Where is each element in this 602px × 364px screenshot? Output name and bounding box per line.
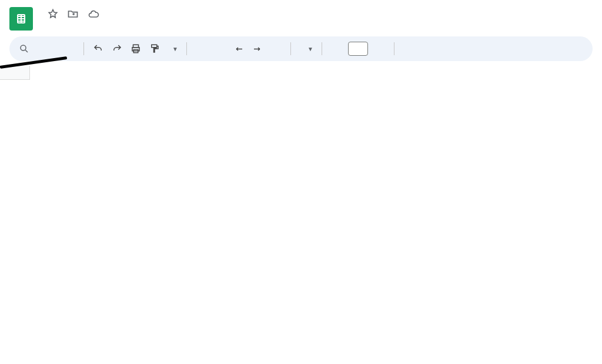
menu-ext[interactable]: [134, 25, 148, 29]
undo-icon: [93, 43, 103, 54]
number-format-button[interactable]: [268, 41, 285, 57]
arrow-right-icon: [254, 47, 261, 51]
menu-format[interactable]: [92, 25, 106, 29]
separator: [322, 42, 322, 55]
paint-roller-icon: [149, 43, 160, 54]
separator: [290, 42, 291, 55]
menubar: [35, 25, 162, 29]
separator: [83, 42, 84, 55]
zoom-dropdown[interactable]: ▼: [165, 46, 180, 52]
cloud-status-icon[interactable]: [87, 8, 100, 20]
chevron-down-icon: ▼: [307, 46, 313, 52]
search-icon: [19, 43, 29, 54]
currency-button[interactable]: [193, 41, 209, 57]
strikethrough-button[interactable]: [438, 41, 454, 57]
arrow-left-icon: [235, 47, 242, 51]
menu-data[interactable]: [106, 25, 120, 29]
percent-button[interactable]: [212, 41, 228, 57]
move-folder-icon[interactable]: [67, 8, 79, 20]
undo-button[interactable]: [90, 41, 106, 57]
menu-view[interactable]: [63, 25, 78, 29]
svg-point-1: [21, 45, 26, 50]
toolbar: ▼ ▼: [9, 36, 593, 61]
menu-insert[interactable]: [78, 25, 92, 29]
font-size-decrease[interactable]: [328, 41, 345, 57]
sheets-icon: [14, 12, 28, 26]
font-size-input[interactable]: [348, 42, 368, 56]
font-family-dropdown[interactable]: ▼: [297, 41, 316, 57]
menu-help[interactable]: [148, 25, 162, 29]
svg-rect-5: [152, 45, 157, 48]
print-button[interactable]: [128, 41, 144, 57]
chevron-down-icon: ▼: [172, 46, 178, 52]
increase-decimal-button[interactable]: [249, 41, 266, 57]
sheets-logo[interactable]: [9, 7, 33, 31]
redo-button[interactable]: [109, 41, 125, 57]
decrease-decimal-button[interactable]: [230, 41, 247, 57]
menu-search-input[interactable]: [33, 44, 73, 54]
italic-button[interactable]: [419, 41, 436, 57]
text-color-button[interactable]: [457, 41, 473, 57]
separator: [394, 42, 394, 55]
menu-file[interactable]: [35, 25, 49, 29]
redo-icon: [112, 43, 122, 54]
print-icon: [131, 43, 141, 54]
separator: [186, 42, 187, 55]
star-icon[interactable]: [47, 8, 59, 20]
spreadsheet-grid[interactable]: [0, 66, 602, 348]
bold-button[interactable]: [400, 41, 417, 57]
paint-format-button[interactable]: [146, 41, 163, 57]
menu-tools[interactable]: [120, 25, 134, 29]
menu-search[interactable]: [15, 43, 78, 54]
menu-edit[interactable]: [49, 25, 63, 29]
font-size-increase[interactable]: [372, 41, 388, 57]
